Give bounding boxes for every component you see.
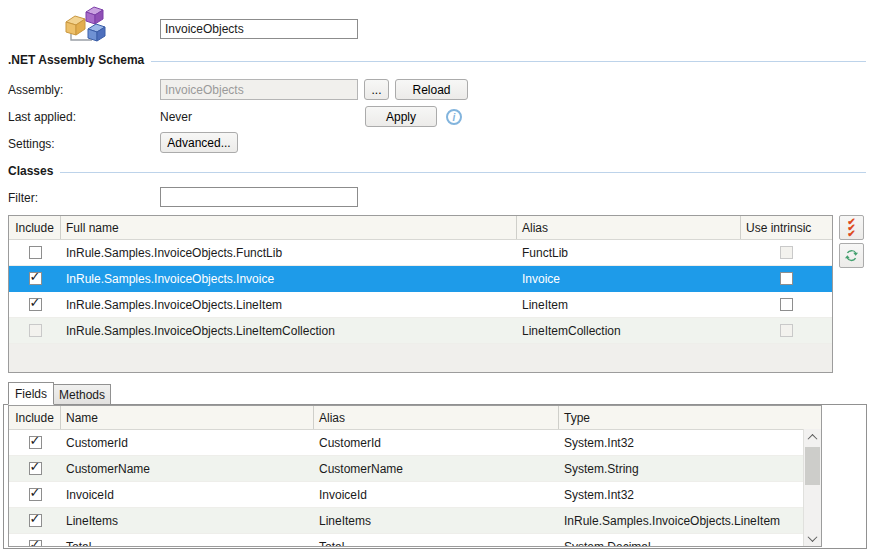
assembly-section-header: .NET Assembly Schema — [8, 53, 866, 67]
use-intrinsic-checkbox — [780, 246, 793, 259]
include-checkbox[interactable] — [29, 488, 42, 501]
field-name: LineItems — [61, 514, 314, 528]
scrollbar-up-button[interactable] — [804, 429, 821, 445]
chevron-up-icon — [808, 433, 818, 443]
schema-cubes-icon — [62, 5, 108, 45]
refresh-icon — [844, 248, 859, 263]
purple-cube — [86, 7, 103, 24]
class-row-invoice[interactable]: InRule.Samples.InvoiceObjects.Invoice In… — [9, 266, 832, 292]
chevron-down-icon — [808, 532, 818, 542]
field-alias: InvoiceId — [314, 488, 559, 502]
field-alias: LineItems — [314, 514, 559, 528]
section-divider-line — [60, 172, 866, 173]
classes-table-empty-area — [9, 344, 832, 372]
fields-table-header: Include Name Alias Type — [9, 406, 821, 430]
col-header-alias: Alias — [517, 216, 741, 239]
apply-button[interactable]: Apply — [365, 106, 437, 127]
field-alias: CustomerId — [314, 436, 559, 450]
class-row-functlib[interactable]: InRule.Samples.InvoiceObjects.FunctLib F… — [9, 240, 832, 266]
reload-button[interactable]: Reload — [395, 79, 468, 100]
refresh-classes-button[interactable] — [839, 243, 864, 268]
col-header-alias: Alias — [314, 406, 559, 429]
assembly-label: Assembly: — [8, 83, 63, 97]
col-header-name: Name — [61, 406, 314, 429]
class-row-lineitemcollection[interactable]: InRule.Samples.InvoiceObjects.LineItemCo… — [9, 318, 832, 344]
field-type: System.Int32 — [559, 436, 804, 450]
entity-name-input[interactable] — [160, 19, 358, 39]
classes-table: Include Full name Alias Use intrinsic In… — [8, 215, 833, 373]
field-row-customername[interactable]: CustomerName CustomerName System.String — [9, 456, 804, 482]
field-name: InvoiceId — [61, 488, 314, 502]
class-full-name: InRule.Samples.InvoiceObjects.LineItem — [61, 298, 517, 312]
last-applied-label: Last applied: — [8, 110, 76, 124]
col-header-include: Include — [9, 216, 61, 239]
class-filter-input[interactable] — [160, 187, 358, 207]
last-applied-value: Never — [160, 110, 192, 124]
field-type: InRule.Samples.InvoiceObjects.LineItem — [559, 514, 804, 528]
include-checkbox[interactable] — [29, 298, 42, 311]
class-row-lineitem[interactable]: InRule.Samples.InvoiceObjects.LineItem L… — [9, 292, 832, 318]
browse-assembly-button[interactable]: ... — [364, 79, 389, 100]
field-row-total[interactable]: Total Total System.Decimal — [9, 534, 804, 547]
col-header-use-intrinsic: Use intrinsic — [741, 216, 832, 239]
tab-methods[interactable]: Methods — [54, 384, 111, 405]
use-intrinsic-checkbox[interactable] — [780, 272, 793, 285]
include-checkbox[interactable] — [29, 436, 42, 449]
include-checkbox[interactable] — [29, 462, 42, 475]
field-row-lineitems[interactable]: LineItems LineItems InRule.Samples.Invoi… — [9, 508, 804, 534]
settings-label: Settings: — [8, 137, 55, 151]
class-alias: LineItem — [517, 298, 741, 312]
field-alias: Total — [314, 540, 559, 548]
info-icon[interactable]: i — [446, 109, 462, 125]
fields-scrollbar[interactable] — [803, 429, 821, 546]
section-divider-line — [151, 61, 866, 62]
col-header-type: Type — [559, 406, 804, 429]
field-name: Total — [61, 540, 314, 548]
include-checkbox[interactable] — [29, 246, 42, 259]
class-alias: LineItemCollection — [517, 324, 741, 338]
advanced-settings-button[interactable]: Advanced... — [160, 132, 238, 153]
field-type: System.Decimal — [559, 540, 804, 548]
include-checkbox[interactable] — [29, 540, 42, 547]
field-name: CustomerId — [61, 436, 314, 450]
fields-table: Include Name Alias Type CustomerId Custo… — [8, 405, 822, 547]
class-alias: FunctLib — [517, 246, 741, 260]
class-full-name: InRule.Samples.InvoiceObjects.Invoice — [61, 272, 517, 286]
class-full-name: InRule.Samples.InvoiceObjects.FunctLib — [61, 246, 517, 260]
apply-class-includes-button[interactable]: ✔✔✔ — [839, 215, 864, 240]
fields-tab-panel: Include Name Alias Type CustomerId Custo… — [3, 404, 867, 549]
filter-label: Filter: — [8, 191, 38, 205]
classes-table-header: Include Full name Alias Use intrinsic — [9, 216, 832, 240]
blue-cube — [88, 24, 105, 41]
use-intrinsic-checkbox[interactable] — [780, 298, 793, 311]
tab-fields[interactable]: Fields — [8, 382, 54, 405]
classes-section-title: Classes — [8, 164, 53, 178]
class-alias: Invoice — [517, 272, 741, 286]
scrollbar-down-button[interactable] — [804, 530, 821, 546]
col-header-include: Include — [9, 406, 61, 429]
use-intrinsic-checkbox — [780, 324, 793, 337]
include-checkbox[interactable] — [29, 514, 42, 527]
include-checkbox — [29, 324, 42, 337]
scrollbar-thumb[interactable] — [805, 447, 820, 485]
orange-cube — [66, 16, 85, 35]
col-header-full-name: Full name — [61, 216, 517, 239]
triple-red-checkmarks-icon: ✔✔✔ — [847, 219, 855, 237]
include-checkbox[interactable] — [29, 272, 42, 285]
field-alias: CustomerName — [314, 462, 559, 476]
field-row-invoiceid[interactable]: InvoiceId InvoiceId System.Int32 — [9, 482, 804, 508]
assembly-section-title: .NET Assembly Schema — [8, 53, 144, 67]
field-row-customerid[interactable]: CustomerId CustomerId System.Int32 — [9, 430, 804, 456]
field-type: System.Int32 — [559, 488, 804, 502]
assembly-path-input — [160, 79, 358, 100]
class-full-name: InRule.Samples.InvoiceObjects.LineItemCo… — [61, 324, 517, 338]
field-name: CustomerName — [61, 462, 314, 476]
classes-section-header: Classes — [8, 164, 866, 178]
field-type: System.String — [559, 462, 804, 476]
